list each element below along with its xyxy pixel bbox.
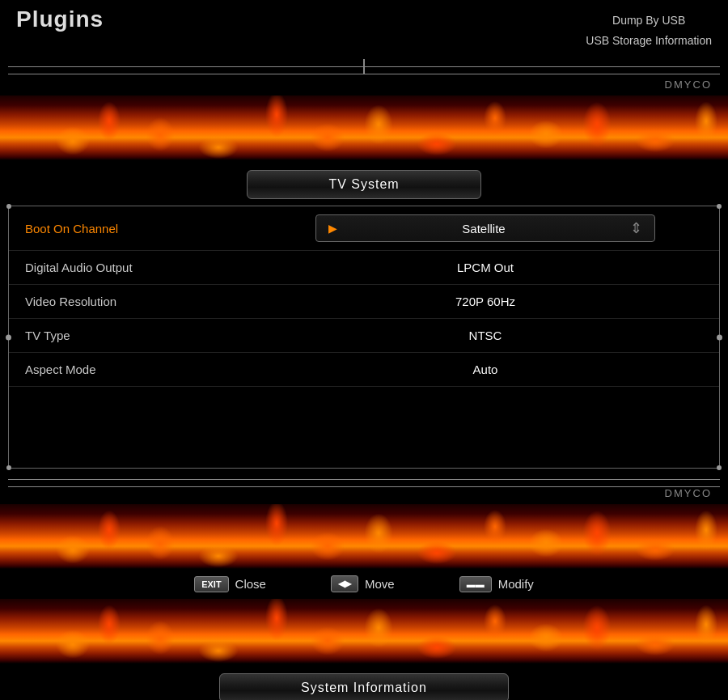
modify-label: Modify <box>498 577 534 591</box>
video-resolution-value: 720P 60Hz <box>455 295 515 308</box>
fire-strip-top <box>0 95 728 160</box>
value-digital-audio: LPCM Out <box>268 261 703 274</box>
watermark-top: DMYCO <box>665 78 712 91</box>
digital-audio-value: LPCM Out <box>457 261 514 274</box>
plugins-title: Plugins <box>16 6 104 32</box>
settings-row-tv-type[interactable]: TV Type NTSC <box>9 319 719 353</box>
spacer-2 <box>9 403 719 419</box>
move-label: Move <box>365 577 395 591</box>
value-boot-channel: ▶ Satellite ⇕ <box>268 214 703 242</box>
label-video-resolution: Video Resolution <box>25 295 268 308</box>
system-information-button[interactable]: System Information <box>219 673 509 700</box>
top-divider: DMYCO <box>0 55 728 95</box>
modify-icon: ▬▬ <box>459 576 492 592</box>
watermark-middle: DMYCO <box>665 487 712 499</box>
settings-row-aspect-mode[interactable]: Aspect Mode Auto <box>9 353 719 387</box>
tv-system-button[interactable]: TV System <box>247 170 480 199</box>
controls-bar: EXIT Close ◀▶ Move ▬▬ Modify <box>0 569 728 599</box>
top-right-menu: Dump By USB USB Storage Information <box>586 6 712 51</box>
corner-bl <box>6 465 11 470</box>
boot-channel-value: Satellite <box>337 222 630 235</box>
value-tv-type: NTSC <box>268 329 703 342</box>
value-aspect-mode: Auto <box>268 363 703 376</box>
panel-side-dot-right <box>717 334 722 340</box>
label-tv-type: TV Type <box>25 329 268 342</box>
middle-divider: DMYCO <box>0 472 728 504</box>
settings-row-digital-audio[interactable]: Digital Audio Output LPCM Out <box>9 251 719 285</box>
menu-item-dump[interactable]: Dump By USB <box>586 11 712 31</box>
exit-icon: EXIT <box>194 576 228 592</box>
settings-panel: Boot On Channel ▶ Satellite ⇕ Digital Au… <box>8 206 720 469</box>
arrow-left-icon: ▶ <box>328 222 337 235</box>
spacer-3 <box>9 419 719 435</box>
spacer-4 <box>9 435 719 452</box>
corner-tr <box>717 204 722 209</box>
system-info-header-section: System Information <box>0 664 728 700</box>
boot-channel-selector[interactable]: ▶ Satellite ⇕ <box>315 214 655 242</box>
settings-row-video-resolution[interactable]: Video Resolution 720P 60Hz <box>9 285 719 319</box>
arrow-updown-icon: ⇕ <box>630 219 642 237</box>
tv-system-header-section: TV System <box>0 160 728 206</box>
move-icon: ◀▶ <box>331 575 358 592</box>
label-boot-channel: Boot On Channel <box>25 222 268 235</box>
top-section: Plugins Dump By USB USB Storage Informat… <box>0 0 728 55</box>
close-label: Close <box>235 577 266 591</box>
control-modify: ▬▬ Modify <box>459 576 534 592</box>
fire-strip-middle <box>0 504 728 569</box>
label-aspect-mode: Aspect Mode <box>25 363 268 376</box>
fire-strip-bottom <box>0 599 728 664</box>
value-video-resolution: 720P 60Hz <box>268 295 703 308</box>
control-move: ◀▶ Move <box>331 575 395 592</box>
settings-row-boot-channel[interactable]: Boot On Channel ▶ Satellite ⇕ <box>9 206 719 251</box>
panel-side-dot-left <box>6 334 11 340</box>
aspect-mode-value: Auto <box>473 363 498 376</box>
label-digital-audio: Digital Audio Output <box>25 261 268 274</box>
control-close: EXIT Close <box>194 576 266 592</box>
corner-br <box>717 465 722 470</box>
spacer-5 <box>9 452 719 468</box>
spacer-1 <box>9 387 719 403</box>
menu-item-usb-storage[interactable]: USB Storage Information <box>586 31 712 51</box>
tv-type-value: NTSC <box>469 329 502 342</box>
